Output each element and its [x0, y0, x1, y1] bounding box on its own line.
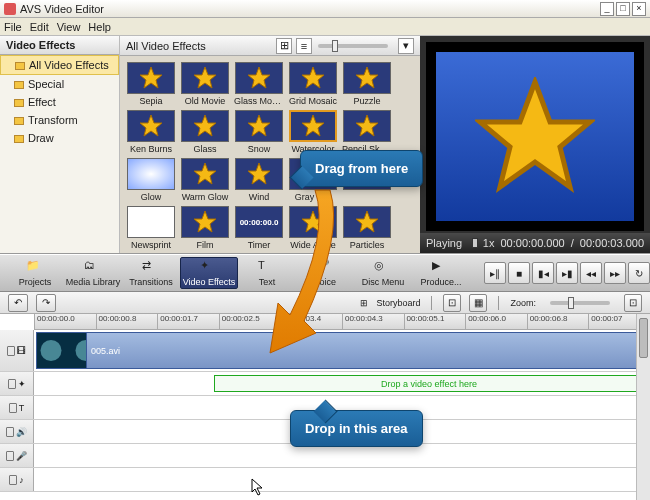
menu-file[interactable]: File	[4, 21, 22, 33]
stop-button[interactable]: ■	[508, 262, 530, 284]
effect-thumbnail	[127, 158, 175, 190]
zoom-slider[interactable]	[550, 301, 610, 305]
svg-marker-15	[302, 211, 324, 232]
effect-label: Wide Angle	[288, 240, 338, 250]
sidebar-item-effect[interactable]: Effect	[0, 93, 119, 111]
ribbon-label: Text	[259, 277, 276, 287]
effect-label: Ken Burns	[126, 144, 176, 154]
effect-thumbnail: 00:00:00.0	[235, 206, 283, 238]
effect-ken-burns[interactable]: Ken Burns	[126, 110, 176, 154]
prev-button[interactable]: ▮◂	[532, 262, 554, 284]
effect-label: Glass	[180, 144, 230, 154]
timeline-scrollbar[interactable]	[636, 314, 650, 500]
effect-snow[interactable]: Snow	[234, 110, 284, 154]
minimize-button[interactable]: _	[600, 2, 614, 16]
effect-glass-mosaic[interactable]: Glass Mosaic	[234, 62, 284, 106]
preview-scrubber[interactable]	[472, 241, 473, 245]
lock-icon[interactable]	[9, 475, 17, 485]
view-list-button[interactable]: ≡	[296, 38, 312, 54]
effect-wind[interactable]: Wind	[234, 158, 284, 202]
step-back-button[interactable]: ◂◂	[580, 262, 602, 284]
sidebar-item-transform[interactable]: Transform	[0, 111, 119, 129]
effect-glow[interactable]: Glow	[126, 158, 176, 202]
effect-glass[interactable]: Glass	[180, 110, 230, 154]
undo-button[interactable]: ↶	[8, 294, 28, 312]
lock-icon[interactable]	[6, 427, 14, 437]
zoom-fit-button[interactable]: ⊡	[624, 294, 642, 312]
ribbon-voice[interactable]: 🎤Voice	[296, 257, 354, 289]
effect-track-body[interactable]: Drop a video effect here	[34, 372, 650, 395]
folder-icon	[14, 99, 24, 107]
effect-newsprint[interactable]: Newsprint	[126, 206, 176, 250]
preview-controls: Playing 1x 00:00:00.000 / 00:00:03.000	[420, 233, 650, 253]
effect-dropzone[interactable]: Drop a video effect here	[214, 375, 644, 392]
sidebar-item-all-video-effects[interactable]: All Video Effects	[0, 55, 119, 75]
ribbon-disc-menu[interactable]: ◎Disc Menu	[354, 257, 412, 289]
play-button[interactable]: ▸∥	[484, 262, 506, 284]
preview-time-total: 00:00:03.000	[580, 237, 644, 249]
ribbon-video-effects[interactable]: ✦Video Effects	[180, 257, 238, 289]
zoom-label: Zoom:	[510, 298, 536, 308]
next-button[interactable]: ▸▮	[556, 262, 578, 284]
sidebar-item-special[interactable]: Special	[0, 75, 119, 93]
lock-icon[interactable]	[6, 451, 14, 461]
ribbon-label: Disc Menu	[362, 277, 405, 287]
video-track-body[interactable]: 005.avi	[34, 330, 650, 371]
ribbon-icon: ▶	[432, 259, 450, 275]
effect-thumbnail	[343, 206, 391, 238]
effect-pencil-sketch[interactable]: Pencil Sketch	[342, 110, 392, 154]
ribbon-produce-[interactable]: ▶Produce...	[412, 257, 470, 289]
effect-old-movie[interactable]: Old Movie	[180, 62, 230, 106]
video-clip[interactable]: 005.avi	[36, 332, 648, 369]
effect-timer[interactable]: 00:00:00.0Timer	[234, 206, 284, 250]
ribbon-projects[interactable]: 📁Projects	[6, 257, 64, 289]
effect-particles[interactable]: Particles	[342, 206, 392, 250]
effect-thumbnail	[235, 110, 283, 142]
effect-thumbnail	[181, 206, 229, 238]
view-mode-label[interactable]: Storyboard	[376, 298, 420, 308]
ribbon-icon: T	[258, 259, 276, 275]
menu-edit[interactable]: Edit	[30, 21, 49, 33]
lock-icon[interactable]	[8, 379, 16, 389]
effect-film[interactable]: Film	[180, 206, 230, 250]
effect-sepia[interactable]: Sepia	[126, 62, 176, 106]
ribbon-label: Projects	[19, 277, 52, 287]
redo-button[interactable]: ↷	[36, 294, 56, 312]
panel-menu-button[interactable]: ▾	[398, 38, 414, 54]
effect-label: Grid Mosaic	[288, 96, 338, 106]
preview-panel: Playing 1x 00:00:00.000 / 00:00:03.000	[420, 36, 650, 253]
preview-star-icon	[475, 77, 595, 197]
menu-view[interactable]: View	[57, 21, 81, 33]
effect-thumbnail	[235, 158, 283, 190]
effect-label: Newsprint	[126, 240, 176, 250]
timeline-ruler[interactable]: 00:00:00.000:00:00.800:00:01.700:00:02.5…	[34, 314, 650, 330]
maximize-button[interactable]: □	[616, 2, 630, 16]
view-grid-button[interactable]: ⊞	[276, 38, 292, 54]
loop-button[interactable]: ↻	[628, 262, 650, 284]
lock-icon[interactable]	[9, 403, 17, 413]
ribbon-media-library[interactable]: 🗂Media Library	[64, 257, 122, 289]
lock-icon[interactable]	[7, 346, 15, 356]
effect-puzzle[interactable]: Puzzle	[342, 62, 392, 106]
track-effect: ✦ Drop a video effect here	[0, 372, 650, 396]
ribbon-text[interactable]: TText	[238, 257, 296, 289]
timeline-snap-button[interactable]: ▦	[469, 294, 487, 312]
ruler-tick: 00:00:05.1	[404, 314, 466, 329]
ribbon-label: Transitions	[129, 277, 173, 287]
transport-controls: ▸∥ ■ ▮◂ ▸▮ ◂◂ ▸▸ ↻	[478, 257, 650, 289]
timeline-options-button[interactable]: ⊡	[443, 294, 461, 312]
ribbon-transitions[interactable]: ⇄Transitions	[122, 257, 180, 289]
menu-help[interactable]: Help	[88, 21, 111, 33]
effect-watercolor[interactable]: Watercolor	[288, 110, 338, 154]
effect-grid-mosaic[interactable]: Grid Mosaic	[288, 62, 338, 106]
effect-wide-angle[interactable]: Wide Angle	[288, 206, 338, 250]
menubar: File Edit View Help	[0, 18, 650, 36]
step-fwd-button[interactable]: ▸▸	[604, 262, 626, 284]
close-button[interactable]: ×	[632, 2, 646, 16]
callout-drag: Drag from here	[300, 150, 423, 187]
ribbon-icon: ⇄	[142, 259, 160, 275]
effect-warm-glow[interactable]: Warm Glow	[180, 158, 230, 202]
thumb-size-slider[interactable]	[318, 44, 388, 48]
effect-thumbnail	[127, 110, 175, 142]
sidebar-item-draw[interactable]: Draw	[0, 129, 119, 147]
